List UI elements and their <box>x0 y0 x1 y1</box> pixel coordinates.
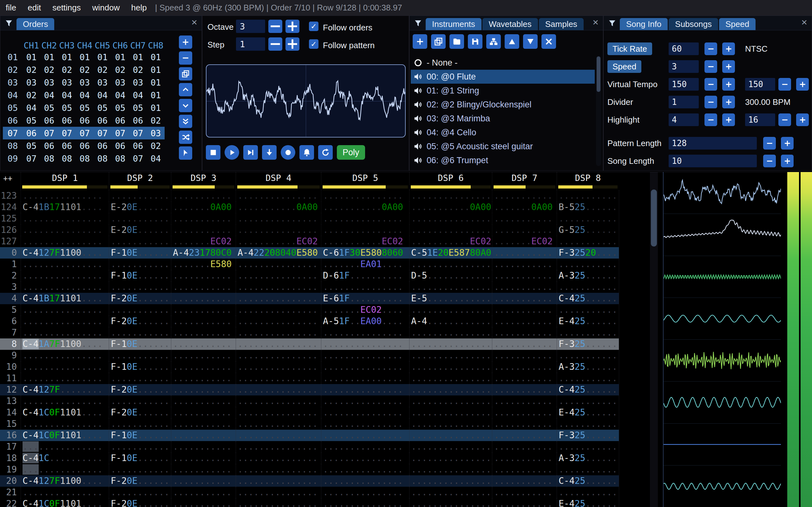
orders-cell[interactable]: 01 <box>147 76 165 89</box>
pattern-cell[interactable]: ............... <box>236 373 321 384</box>
pattern-cell[interactable]: ............... <box>236 361 321 373</box>
row-number[interactable]: 2 <box>0 270 20 281</box>
orders-cell[interactable]: 07 <box>129 152 147 165</box>
pattern-cell[interactable]: ........... <box>171 213 236 224</box>
pattern-cell[interactable]: ............... <box>236 293 321 304</box>
pattern-cell[interactable]: ........... <box>109 327 171 338</box>
pattern-cell[interactable]: ........... <box>492 407 557 418</box>
pattern-cell[interactable]: ............... <box>236 327 321 338</box>
pattern-cell[interactable]: ...........EC02 <box>236 236 321 247</box>
instrument-item[interactable]: 04: @4 Cello <box>411 125 595 139</box>
pattern-cell[interactable]: ............... <box>321 407 409 418</box>
octave-decrement-button[interactable] <box>268 20 282 33</box>
orders-cell[interactable]: 04 <box>129 89 147 101</box>
instrument-item[interactable]: 02: @2 Blingy/Glockenspiel <box>411 98 595 112</box>
record-button[interactable] <box>281 145 295 160</box>
panel-menu-icon[interactable] <box>5 19 13 27</box>
pattern-expand-button[interactable]: ++ <box>0 172 20 190</box>
pattern-cell[interactable]: ........... <box>492 316 557 327</box>
pattern-cell[interactable]: ............... <box>236 464 321 475</box>
pattern-cell[interactable]: ........... <box>171 361 236 373</box>
pattern-cell[interactable]: E-425...... <box>557 316 619 327</box>
pattern-cell[interactable]: ........... <box>171 373 236 384</box>
pattern-cell[interactable]: C-41C0F1101.... <box>20 498 109 507</box>
pattern-cell[interactable]: ............... <box>321 464 409 475</box>
tick-rate-button[interactable]: Tick Rate <box>607 43 652 55</box>
speed-field[interactable]: 3 <box>669 60 699 73</box>
orders-cell[interactable]: 02 <box>111 63 129 76</box>
follow-orders-checkbox[interactable]: ✓ <box>309 21 318 31</box>
pattern-cell[interactable]: ........... <box>492 441 557 452</box>
pattern-cell[interactable]: ............... <box>321 498 409 507</box>
pattern-cell[interactable]: ............... <box>20 395 109 407</box>
orders-cell[interactable]: 01 <box>147 51 165 63</box>
pattern-cell[interactable]: ............... <box>409 361 492 373</box>
pattern-cell[interactable]: A-422208040E580 <box>236 247 321 259</box>
order-duplicate-button[interactable] <box>179 67 192 80</box>
pattern-cell[interactable]: A-325...... <box>557 361 619 373</box>
pattern-cell[interactable]: ............... <box>20 281 109 293</box>
row-number[interactable]: 12 <box>0 384 20 395</box>
menu-item-window[interactable]: window <box>87 3 125 13</box>
pattern-cell[interactable]: .......EC02.... <box>321 304 409 316</box>
pattern-cell[interactable]: ........... <box>492 373 557 384</box>
orders-cell[interactable]: 05 <box>40 101 58 114</box>
scrollbar-thumb[interactable] <box>651 189 657 246</box>
row-number[interactable]: 19 <box>0 464 20 475</box>
orders-row-number[interactable]: 04 <box>3 89 22 101</box>
scrollbar-thumb[interactable] <box>597 56 600 92</box>
pattern-cell[interactable]: ............... <box>409 281 492 293</box>
pattern-cell[interactable]: ............... <box>409 213 492 224</box>
orders-cell[interactable]: 01 <box>22 51 40 63</box>
pattern-cell[interactable]: ........... <box>171 338 236 350</box>
orders-cell[interactable]: 01 <box>129 51 147 63</box>
pattern-cell[interactable]: ........... <box>171 270 236 281</box>
pattern-cell[interactable]: ........... <box>557 236 619 247</box>
octave-increment-button[interactable] <box>286 20 299 33</box>
row-number[interactable]: 0 <box>0 247 20 259</box>
tab-wavetables[interactable]: Wavetables <box>483 18 538 30</box>
pattern-cell[interactable]: ............... <box>20 259 109 270</box>
orders-cell[interactable]: 06 <box>40 114 58 127</box>
pattern-cell[interactable]: F-325...... <box>557 338 619 350</box>
pattern-cell[interactable]: ............... <box>236 430 321 441</box>
order-move-down-button[interactable] <box>179 99 192 112</box>
pattern-cell[interactable]: ............... <box>321 350 409 361</box>
highlight-increment-button-2[interactable] <box>796 113 809 126</box>
virtual-tempo-field-2[interactable]: 150 <box>745 78 775 91</box>
row-number[interactable]: 124 <box>0 202 20 213</box>
pattern-cell[interactable]: .......E580 <box>171 259 236 270</box>
orders-cell[interactable]: 03 <box>22 76 40 89</box>
pattern-cell[interactable]: E-5............ <box>409 293 492 304</box>
pattern-cell[interactable]: .......EC02 <box>492 236 557 247</box>
pattern-cell[interactable]: F-10E...... <box>109 338 171 350</box>
channel-header[interactable]: DSP 7 <box>492 172 557 190</box>
repeat-pattern-button[interactable] <box>318 145 333 160</box>
pattern-cell[interactable]: ........... <box>492 281 557 293</box>
instrument-delete-button[interactable] <box>542 34 556 49</box>
stop-button[interactable] <box>206 145 220 160</box>
pattern-cell[interactable]: ........... <box>171 190 236 202</box>
pattern-cell[interactable]: F-20E...... <box>109 475 171 487</box>
orders-cell[interactable]: 01 <box>147 89 165 101</box>
orders-cell[interactable]: 06 <box>76 139 94 152</box>
pattern-cell[interactable]: C-4127F........ <box>20 384 109 395</box>
orders-cell[interactable]: 06 <box>94 139 111 152</box>
pattern-cell[interactable]: ............... <box>20 418 109 430</box>
pattern-cell[interactable]: F-32520.... <box>557 247 619 259</box>
orders-cell[interactable]: 06 <box>111 139 129 152</box>
pattern-cell[interactable]: C-4127F1100.... <box>20 475 109 487</box>
orders-row-number[interactable]: 03 <box>3 76 22 89</box>
highlight-decrement-button-2[interactable] <box>778 113 791 126</box>
pattern-cell[interactable]: F-20E...... <box>109 316 171 327</box>
divider-field[interactable]: 1 <box>669 96 699 108</box>
channel-header[interactable]: DSP 6 <box>409 172 492 190</box>
orders-cell[interactable]: 02 <box>129 63 147 76</box>
pattern-cell[interactable]: C-41B171101.... <box>20 202 109 213</box>
pattern-cell[interactable]: ............... <box>321 487 409 498</box>
step-increment-button[interactable] <box>286 38 299 51</box>
virtual-tempo-increment-button-2[interactable] <box>796 78 809 91</box>
highlight-decrement-button[interactable] <box>705 113 717 126</box>
pattern-cell[interactable]: C-41C.......... <box>20 452 109 464</box>
instrument-save-button[interactable] <box>468 34 483 49</box>
